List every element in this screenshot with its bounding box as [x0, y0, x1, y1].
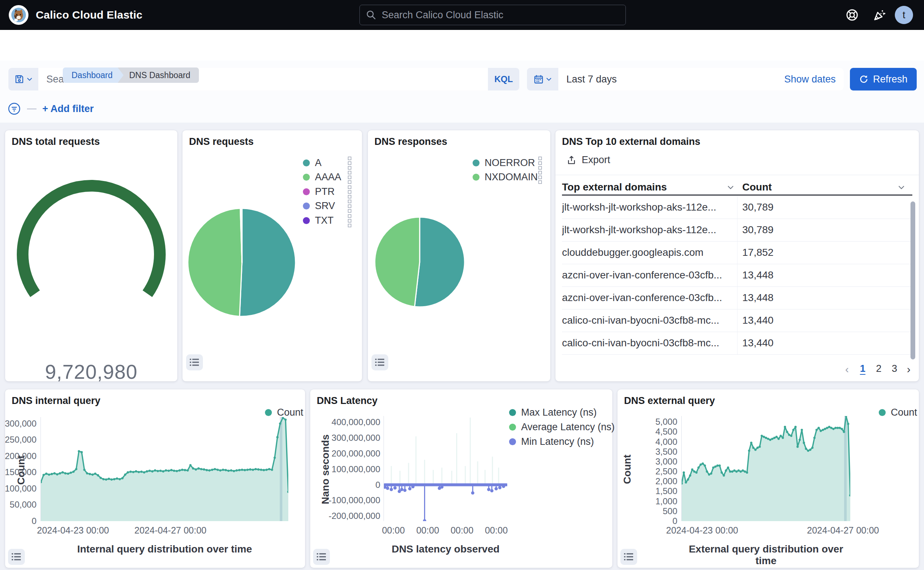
- table-row[interactable]: calico-cni-ivan-byocni-03cfb8-mc... 13,4…: [562, 332, 912, 355]
- x-axis-title: Internal query distribution over time: [41, 543, 288, 555]
- y-axis-tick: -200,000,000: [329, 511, 380, 521]
- legend-dot: [473, 159, 480, 166]
- pagination-page-2[interactable]: 2: [872, 363, 885, 374]
- panel-dns-responses: DNS responses NOERROR NXDOMAIN: [368, 130, 550, 382]
- calico-cat-logo[interactable]: [9, 5, 29, 25]
- gauge-value: 9,720,980: [5, 360, 177, 383]
- panel-title: DNS Top 10 external domains: [562, 136, 700, 147]
- legend-dot: [265, 409, 272, 416]
- legend-item-count[interactable]: Count: [879, 407, 917, 418]
- list-icon: [624, 553, 634, 561]
- show-dates-link[interactable]: Show dates: [784, 74, 836, 85]
- dns-responses-pie-chart: [374, 216, 465, 308]
- table-row[interactable]: calico-cni-ivan-byocni-03cfb8-mc... 13,4…: [562, 309, 912, 332]
- legend-dot: [509, 438, 516, 445]
- y-axis-tick: 150,000: [5, 467, 37, 477]
- y-axis-tick: 400,000,000: [332, 417, 380, 428]
- legend-dot: [303, 188, 310, 195]
- dns-requests-pie-chart: [187, 208, 297, 317]
- divider: [555, 175, 919, 175]
- legend-item-nxdomain[interactable]: NXDOMAIN: [473, 172, 538, 183]
- pagination-page-1[interactable]: 1: [856, 363, 869, 374]
- legend-item-ptr[interactable]: PTR: [303, 186, 335, 198]
- panel-list-button[interactable]: [8, 549, 25, 565]
- refresh-label: Refresh: [873, 74, 907, 85]
- legend-actions-icon[interactable]: [538, 156, 542, 170]
- legend-item-max-latency[interactable]: Max Latency (ns): [509, 407, 597, 418]
- table-row[interactable]: azcni-over-ivan-conference-03cfb... 13,4…: [562, 264, 912, 287]
- panel-dns-top-domains: DNS Top 10 external domains Export Top e…: [555, 130, 919, 382]
- date-quick-select-button[interactable]: [527, 68, 558, 90]
- y-axis-ticks: 5,0004,5004,0003,5003,0002,5002,0001,500…: [618, 416, 677, 521]
- legend-item-srv[interactable]: SRV: [303, 200, 335, 211]
- legend-actions-icon[interactable]: [348, 171, 352, 184]
- cat-icon: [11, 7, 26, 23]
- legend-item-average-latency[interactable]: Average Latency (ns): [509, 421, 614, 433]
- panel-list-button[interactable]: [313, 549, 330, 565]
- x-axis-tick: 2024-04-27 00:00: [134, 525, 206, 536]
- latency-line-chart: [384, 416, 507, 521]
- y-axis-tick: 4,500: [656, 427, 677, 437]
- legend-item-noerror[interactable]: NOERROR: [473, 157, 535, 169]
- legend-actions-icon[interactable]: [348, 156, 352, 170]
- y-axis-tick: 4,000: [656, 437, 677, 447]
- table-scrollbar[interactable]: [910, 201, 915, 359]
- legend-item-min-latency[interactable]: Min Latency (ns): [509, 436, 594, 447]
- legend-item-txt[interactable]: TXT: [303, 215, 334, 226]
- table-row[interactable]: clouddebugger.googleapis.com 17,852: [562, 241, 912, 264]
- x-axis-title: External query distribution over time: [682, 543, 850, 567]
- panel-list-button[interactable]: [186, 354, 203, 371]
- legend-item-aaaa[interactable]: AAAA: [303, 172, 341, 183]
- time-range-value[interactable]: Last 7 days: [566, 74, 784, 85]
- refresh-icon: [859, 74, 869, 84]
- y-axis-tick: 1,500: [656, 486, 677, 496]
- whats-new-party-icon[interactable]: [872, 8, 887, 22]
- calendar-icon: [533, 74, 544, 84]
- global-search-input[interactable]: [381, 9, 625, 21]
- breadcrumb-dashboard[interactable]: Dashboard: [63, 67, 124, 83]
- panel-title: DNS requests: [189, 136, 254, 147]
- legend-actions-icon[interactable]: [348, 199, 352, 213]
- y-axis-tick: 0: [375, 480, 380, 490]
- legend-item-a[interactable]: A: [303, 157, 322, 169]
- list-icon: [11, 553, 21, 561]
- pagination-page-3[interactable]: 3: [888, 363, 901, 374]
- panel-list-button[interactable]: [371, 354, 388, 371]
- column-header-domains[interactable]: Top external domains: [562, 181, 734, 193]
- global-search[interactable]: [359, 5, 626, 25]
- refresh-button[interactable]: Refresh: [850, 68, 917, 90]
- app-header: Calico Cloud Elastic: [0, 0, 924, 30]
- legend-dot: [509, 409, 516, 416]
- table-row[interactable]: azcni-over-ivan-conference-03cfb... 13,4…: [562, 287, 912, 310]
- y-axis-tick: 300,000: [5, 418, 37, 429]
- add-filter-button[interactable]: + Add filter: [42, 103, 94, 115]
- table-row[interactable]: jlt-worksh-jlt-workshop-aks-112e... 30,7…: [562, 196, 912, 219]
- external-query-area-chart: [682, 416, 850, 521]
- y-axis-tick: 3,000: [656, 457, 677, 467]
- save-icon: [14, 74, 25, 84]
- pagination-next[interactable]: ›: [902, 363, 915, 375]
- table-row[interactable]: jlt-worksh-jlt-workshop-aks-112e... 30,7…: [562, 219, 912, 242]
- search-icon: [366, 9, 377, 20]
- panel-list-button[interactable]: [621, 549, 637, 565]
- filter-dash: [27, 108, 37, 109]
- pagination-prev[interactable]: ‹: [840, 363, 854, 375]
- x-axis-tick: 00:00: [485, 525, 508, 536]
- help-icon[interactable]: [845, 8, 860, 22]
- filter-funnel-icon[interactable]: [7, 102, 21, 116]
- query-language-button[interactable]: KQL: [488, 74, 519, 84]
- user-avatar[interactable]: t: [895, 6, 913, 24]
- y-axis-tick: 300,000,000: [332, 433, 380, 443]
- legend-actions-icon[interactable]: [348, 214, 352, 227]
- column-header-count[interactable]: Count: [742, 181, 905, 193]
- y-axis-ticks: 400,000,000300,000,000200,000,000100,000…: [310, 416, 380, 521]
- saved-query-menu-button[interactable]: [8, 68, 38, 90]
- panel-title: DNS external query: [624, 395, 715, 406]
- x-axis-tick: 00:00: [416, 525, 439, 536]
- legend-item-count[interactable]: Count: [265, 407, 303, 418]
- export-button[interactable]: Export: [566, 154, 610, 165]
- legend-actions-icon[interactable]: [538, 171, 542, 184]
- breadcrumb-current[interactable]: DNS Dashboard: [116, 67, 199, 83]
- panel-dns-requests: DNS requests A AAAA PTR SRV TXT: [182, 130, 362, 382]
- legend-actions-icon[interactable]: [348, 185, 352, 199]
